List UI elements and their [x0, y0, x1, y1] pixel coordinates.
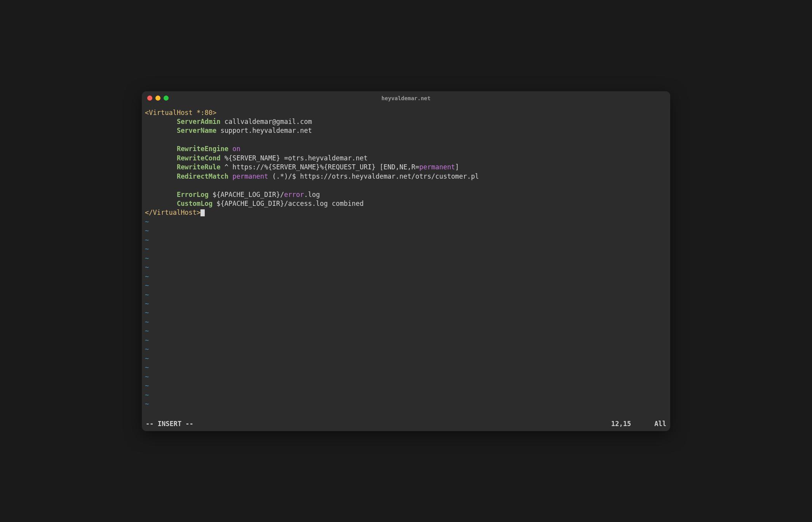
code-segment: ErrorLog: [177, 191, 209, 198]
code-segment: ${APACHE_LOG_DIR}/: [209, 191, 284, 198]
code-segment: [145, 127, 177, 134]
code-segment: *:80: [193, 109, 213, 117]
empty-line-tilde: ~: [145, 226, 667, 235]
empty-line-tilde: ~: [145, 327, 667, 336]
code-line: RewriteCond %{SERVER_NAME} =otrs.heyvald…: [145, 154, 667, 163]
code-segment: error: [284, 191, 304, 198]
code-segment: VirtualHost: [153, 209, 197, 216]
empty-line-tilde: ~: [145, 254, 667, 263]
code-line: [145, 181, 667, 190]
code-segment: >: [213, 109, 216, 117]
text-cursor: [200, 209, 204, 217]
code-segment: ${APACHE_LOG_DIR}/access.log combined: [213, 200, 364, 207]
code-segment: RedirectMatch: [177, 172, 228, 180]
close-icon[interactable]: [147, 96, 152, 101]
empty-line-tilde: ~: [145, 336, 667, 345]
code-line: ErrorLog ${APACHE_LOG_DIR}/error.log: [145, 190, 667, 199]
empty-line-tilde: ~: [145, 218, 667, 226]
code-segment: VirtualHost: [149, 109, 193, 117]
code-segment: [145, 200, 177, 207]
empty-line-tilde: ~: [145, 272, 667, 281]
code-segment: [145, 136, 149, 144]
empty-line-tilde: ~: [145, 381, 667, 390]
code-segment: ^ https://%{SERVER_NAME}%{REQUEST_URI} […: [220, 163, 419, 171]
empty-line-tilde: ~: [145, 308, 667, 317]
empty-line-tilde: ~: [145, 363, 667, 372]
cursor-position: 12,15: [611, 420, 631, 428]
code-segment: [145, 154, 177, 162]
code-segment: %{SERVER_NAME} =otrs.heyvaldemar.net: [220, 154, 368, 162]
code-line: [145, 136, 667, 144]
code-line: ServerName support.heyvaldemar.net: [145, 126, 667, 135]
empty-line-tilde: ~: [145, 400, 667, 409]
empty-line-tilde: ~: [145, 263, 667, 272]
traffic-lights: [147, 96, 169, 101]
scroll-indicator: All: [654, 420, 666, 428]
editor-content[interactable]: <VirtualHost *:80> ServerAdmin callvalde…: [142, 105, 670, 419]
code-segment: permanent: [232, 172, 268, 180]
code-line: RewriteRule ^ https://%{SERVER_NAME}%{RE…: [145, 163, 667, 172]
code-segment: callvaldemar@gmail.com: [220, 118, 312, 125]
empty-line-tilde: ~: [145, 291, 667, 299]
empty-line-tilde: ~: [145, 354, 667, 363]
empty-line-tilde: ~: [145, 236, 667, 245]
code-line: </VirtualHost>: [145, 208, 667, 217]
code-segment: [228, 172, 232, 180]
code-segment: CustomLog: [177, 200, 213, 207]
code-segment: (.*)/$ https://otrs.heyvaldemar.net/otrs…: [268, 172, 479, 180]
code-line: RedirectMatch permanent (.*)/$ https://o…: [145, 172, 667, 181]
code-segment: support.heyvaldemar.net: [216, 127, 312, 134]
code-segment: ]: [455, 163, 459, 171]
code-segment: [145, 163, 177, 171]
code-segment: [145, 145, 177, 153]
editor-mode: -- INSERT --: [146, 420, 193, 428]
empty-line-tilde: ~: [145, 281, 667, 290]
code-segment: <: [145, 109, 149, 117]
code-segment: ServerName: [177, 127, 216, 134]
maximize-icon[interactable]: [164, 96, 169, 101]
code-segment: permanent: [419, 163, 455, 171]
code-line: ServerAdmin callvaldemar@gmail.com: [145, 117, 667, 126]
empty-line-tilde: ~: [145, 245, 667, 254]
status-bar: -- INSERT -- 12,15 All: [142, 419, 670, 431]
code-segment: .log: [304, 191, 320, 198]
code-segment: [145, 172, 177, 180]
empty-line-tilde: ~: [145, 318, 667, 327]
empty-line-tilde: ~: [145, 391, 667, 400]
code-segment: RewriteEngine: [177, 145, 228, 153]
empty-line-tilde: ~: [145, 345, 667, 354]
code-segment: on: [232, 145, 240, 153]
code-segment: [145, 191, 177, 198]
code-segment: ServerAdmin: [177, 118, 221, 125]
window-title: heyvaldemar.net: [382, 95, 430, 101]
code-line: CustomLog ${APACHE_LOG_DIR}/access.log c…: [145, 199, 667, 208]
code-segment: >: [197, 209, 200, 216]
code-segment: [228, 145, 232, 153]
code-line: <VirtualHost *:80>: [145, 108, 667, 117]
code-segment: </: [145, 209, 153, 216]
code-segment: RewriteCond: [177, 154, 221, 162]
code-line: RewriteEngine on: [145, 144, 667, 153]
code-segment: [145, 181, 149, 189]
titlebar: heyvaldemar.net: [142, 91, 670, 105]
empty-line-tilde: ~: [145, 299, 667, 308]
terminal-window: heyvaldemar.net <VirtualHost *:80> Serve…: [142, 91, 670, 431]
code-segment: [145, 118, 177, 125]
code-segment: RewriteRule: [177, 163, 221, 171]
empty-line-tilde: ~: [145, 372, 667, 381]
minimize-icon[interactable]: [155, 96, 160, 101]
